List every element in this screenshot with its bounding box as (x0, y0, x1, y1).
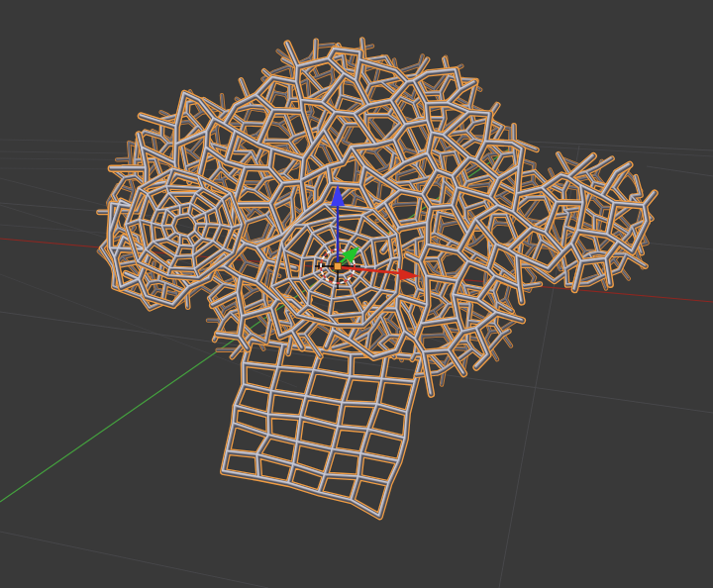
object-origin-point[interactable] (335, 263, 342, 270)
3d-viewport[interactable] (0, 0, 713, 588)
viewport-svg[interactable] (0, 0, 713, 588)
